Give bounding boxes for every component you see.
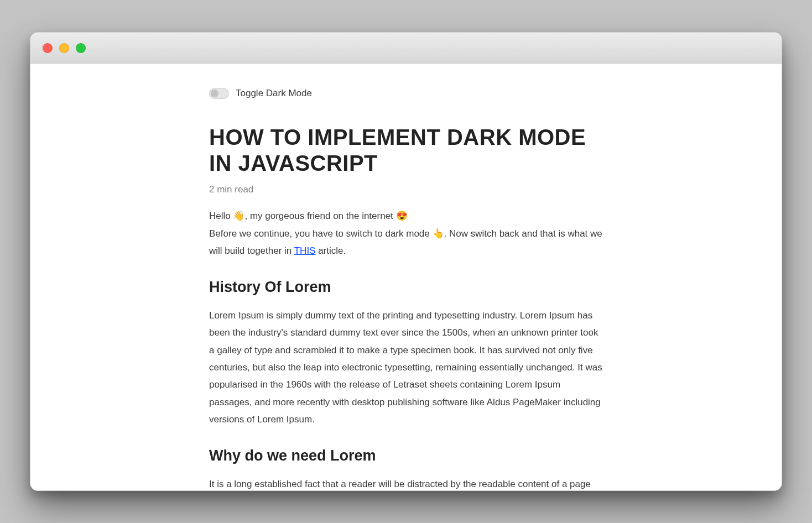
titlebar: [30, 33, 782, 64]
switch-knob: [211, 90, 218, 97]
intro-link[interactable]: THIS: [294, 245, 316, 256]
section-heading-1: Why do we need Lorem: [209, 447, 603, 464]
dark-mode-toggle-label: Toggle Dark Mode: [236, 88, 312, 99]
section-body-0: Lorem Ipsum is simply dummy text of the …: [209, 307, 603, 428]
article-title: HOW TO IMPLEMENT DARK MODE IN JAVASCRIPT: [209, 124, 603, 176]
intro-line-1: Hello 👋, my gorgeous friend on the inter…: [209, 211, 408, 221]
dark-mode-switch[interactable]: [209, 88, 229, 99]
article-intro: Hello 👋, my gorgeous friend on the inter…: [209, 207, 603, 259]
window-close-button[interactable]: [43, 43, 53, 53]
section-body-1: It is a long established fact that a rea…: [209, 475, 603, 490]
browser-window: Toggle Dark Mode HOW TO IMPLEMENT DARK M…: [30, 32, 782, 491]
window-maximize-button[interactable]: [76, 43, 86, 53]
intro-line-2a: Before we continue, you have to switch t…: [209, 228, 602, 256]
section-heading-0: History Of Lorem: [209, 279, 603, 296]
read-time: 2 min read: [209, 184, 603, 195]
window-minimize-button[interactable]: [59, 43, 69, 53]
dark-mode-toggle-row: Toggle Dark Mode: [209, 88, 603, 99]
intro-line-2b: article.: [315, 245, 346, 256]
content-viewport[interactable]: Toggle Dark Mode HOW TO IMPLEMENT DARK M…: [30, 64, 782, 490]
article-page: Toggle Dark Mode HOW TO IMPLEMENT DARK M…: [196, 64, 616, 490]
